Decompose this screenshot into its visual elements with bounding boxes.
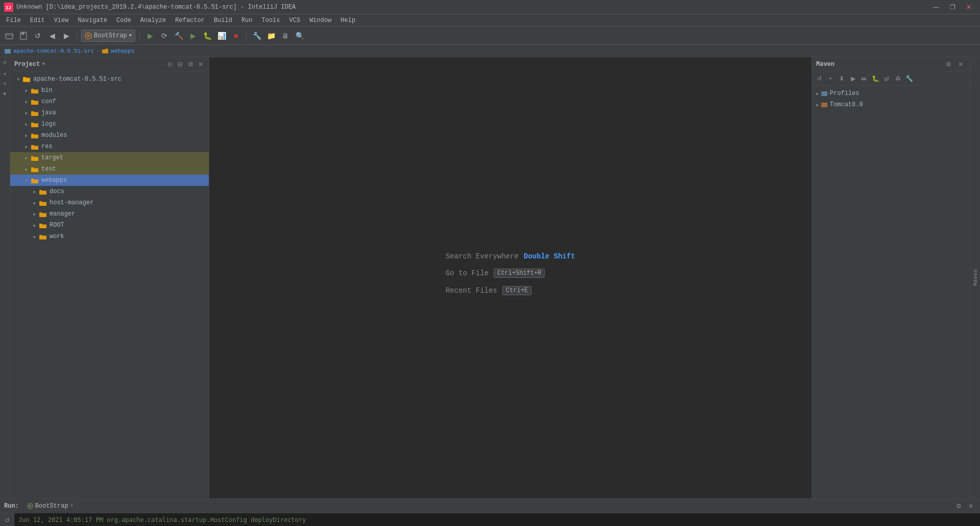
run-panel-settings-btn[interactable]: ⚙ <box>953 501 964 511</box>
tree-item-res[interactable]: ▶ res <box>10 141 209 152</box>
maven-side-label[interactable]: Maven <box>972 269 978 286</box>
panel-settings-btn[interactable]: ⚙ <box>186 60 194 68</box>
tree-item-target[interactable]: ▶ target <box>10 152 209 163</box>
toolbar-coverage-button[interactable]: 📊 <box>215 30 228 42</box>
left-icon-1[interactable]: P <box>1 59 9 67</box>
hint-label-recent: Recent Files <box>446 286 497 295</box>
tree-item-bin[interactable]: ▶ bin <box>10 85 209 96</box>
maven-download-btn[interactable]: ⬇ <box>837 74 847 84</box>
left-icon-3[interactable]: ≡ <box>1 80 9 88</box>
maven-refresh-btn[interactable]: ↺ <box>814 74 824 84</box>
toolbar-hammer-button[interactable]: 🔧 <box>251 30 263 42</box>
toolbar-search-button[interactable]: 🔍 <box>293 30 306 42</box>
tree-item-webapps[interactable]: ▼ webapps <box>10 175 209 186</box>
menubar-item-analyze[interactable]: Analyze <box>136 16 170 25</box>
toolbar-build-button[interactable]: 🔨 <box>173 30 185 42</box>
left-icon-4[interactable]: ♥ <box>1 90 9 98</box>
tree-arrow-webapps: ▼ <box>23 177 30 183</box>
hint-label-search: Search Everywhere <box>446 252 519 260</box>
tree-item-manager[interactable]: ▶ manager <box>10 208 209 220</box>
maven-settings-btn[interactable]: ⚙ <box>943 59 953 69</box>
menubar-item-window[interactable]: Window <box>305 16 335 25</box>
panel-hide-btn[interactable]: ✕ <box>197 60 205 68</box>
menubar-item-navigate[interactable]: Navigate <box>74 16 111 25</box>
run-tab-close-btn[interactable]: × <box>70 503 74 509</box>
menubar-item-edit[interactable]: Edit <box>26 16 49 25</box>
tree-item-modules[interactable]: ▶ modules <box>10 130 209 141</box>
minimize-button[interactable]: — <box>929 2 943 12</box>
menubar: FileEditViewNavigateCodeAnalyzeRefactorB… <box>0 14 980 27</box>
breadcrumb-project[interactable]: apache-tomcat-8.5.51-src <box>13 48 94 54</box>
maven-toggle-btn[interactable]: ⇄ <box>881 74 892 84</box>
folder-icon-conf <box>31 99 39 105</box>
tree-item-java[interactable]: ▶ java <box>10 107 209 118</box>
maven-skip-btn[interactable]: ⏭ <box>859 74 869 84</box>
menubar-item-run[interactable]: Run <box>237 16 257 25</box>
tree-label-host-manager: host-manager <box>50 199 93 206</box>
maven-tomcat-icon <box>821 102 828 108</box>
run-tab-bootstrap[interactable]: BootStrap × <box>23 499 78 513</box>
tree-item-logs[interactable]: ▶ logs <box>10 118 209 130</box>
svg-rect-2 <box>6 34 13 39</box>
left-icon-2[interactable]: ★ <box>1 69 9 78</box>
project-panel-title: Project ▼ <box>14 61 45 68</box>
maven-tomcat-item[interactable]: ▶ Tomcat8.0 <box>812 99 970 110</box>
menubar-item-code[interactable]: Code <box>112 16 135 25</box>
tree-label-java: java <box>41 109 56 116</box>
run-restart-btn[interactable]: ↺ <box>2 515 12 525</box>
panel-locate-btn[interactable]: ⊙ <box>166 60 174 68</box>
toolbar-save-button[interactable] <box>17 30 30 42</box>
maven-wrench-btn[interactable]: 🔧 <box>904 74 914 84</box>
toolbar-folder-button[interactable]: 📁 <box>265 30 277 42</box>
close-button[interactable]: ✕ <box>962 2 976 12</box>
toolbar-run-button[interactable]: ▶ <box>187 30 199 42</box>
maven-profiles-item[interactable]: ▶ Profiles <box>812 88 970 99</box>
toolbar-stop-button[interactable]: ■ <box>230 30 242 42</box>
tree-item-root[interactable]: ▶ ROOT <box>10 220 209 231</box>
menubar-item-help[interactable]: Help <box>336 16 359 25</box>
run-panel-hide-btn[interactable]: ✕ <box>966 501 976 511</box>
menubar-item-build[interactable]: Build <box>210 16 236 25</box>
folder-icon-docs <box>39 188 47 195</box>
toolbar-terminal-button[interactable]: 🖥 <box>279 30 291 42</box>
run-config-dropdown[interactable]: BootStrap ▼ <box>81 30 135 42</box>
project-dropdown-arrow[interactable]: ▼ <box>42 62 44 67</box>
toolbar-forward-button[interactable]: ▶ <box>60 30 72 42</box>
menubar-item-tools[interactable]: Tools <box>258 16 284 25</box>
intellij-logo: IJ <box>4 3 13 12</box>
maven-profiles-icon <box>821 90 828 97</box>
menubar-item-vcs[interactable]: VCS <box>285 16 305 25</box>
tree-item-docs[interactable]: ▶ docs <box>10 186 209 197</box>
svg-text:IJ: IJ <box>6 6 11 11</box>
toolbar-back-button[interactable]: ◀ <box>46 30 58 42</box>
folder-icon-work <box>39 233 47 240</box>
panel-collapse-btn[interactable]: ⊟ <box>176 60 184 68</box>
toolbar-open-button[interactable] <box>3 30 15 42</box>
maven-debug-btn[interactable]: 🐛 <box>870 74 880 84</box>
maven-add-btn[interactable]: + <box>825 74 836 84</box>
breadcrumb-folder[interactable]: webapps <box>111 48 134 54</box>
folder-icon-breadcrumb <box>102 47 109 55</box>
menubar-item-file[interactable]: File <box>2 16 25 25</box>
menubar-item-view[interactable]: View <box>50 16 73 25</box>
toolbar-refresh-button[interactable]: ⟳ <box>158 30 170 42</box>
tree-item-host-manager[interactable]: ▶ host-manager <box>10 197 209 208</box>
toolbar-debug-button[interactable]: 🐛 <box>201 30 213 42</box>
tree-item-conf[interactable]: ▶ conf <box>10 96 209 107</box>
titlebar: IJ Unknown [D:\idea_projects_2019.2.4\ap… <box>0 0 980 14</box>
maven-hide-btn[interactable]: ✕ <box>955 59 966 69</box>
tree-item-work[interactable]: ▶ work <box>10 231 209 242</box>
project-icon <box>4 47 11 55</box>
maven-run-btn[interactable]: ▶ <box>848 74 858 84</box>
project-tree: ▼ apache-tomcat-8.5.51-src ▶ bin ▶ conf … <box>10 71 209 498</box>
toolbar-make-button[interactable]: ▶ <box>144 30 156 42</box>
tree-root[interactable]: ▼ apache-tomcat-8.5.51-src <box>10 74 209 85</box>
menubar-item-refactor[interactable]: Refactor <box>171 16 209 25</box>
toolbar-sync-button[interactable]: ↺ <box>32 30 44 42</box>
maximize-button[interactable]: ❐ <box>945 2 960 12</box>
console-line-0: Jun 12, 2021 4:05:17 PM org.apache.catal… <box>18 515 976 524</box>
editor-area: Search Everywhere Double Shift Go to Fil… <box>209 57 812 498</box>
maven-tomcat-label: Tomcat8.0 <box>830 101 863 108</box>
maven-lifecycle-btn[interactable]: ♻ <box>893 74 903 84</box>
tree-item-test[interactable]: ▶ test <box>10 163 209 175</box>
